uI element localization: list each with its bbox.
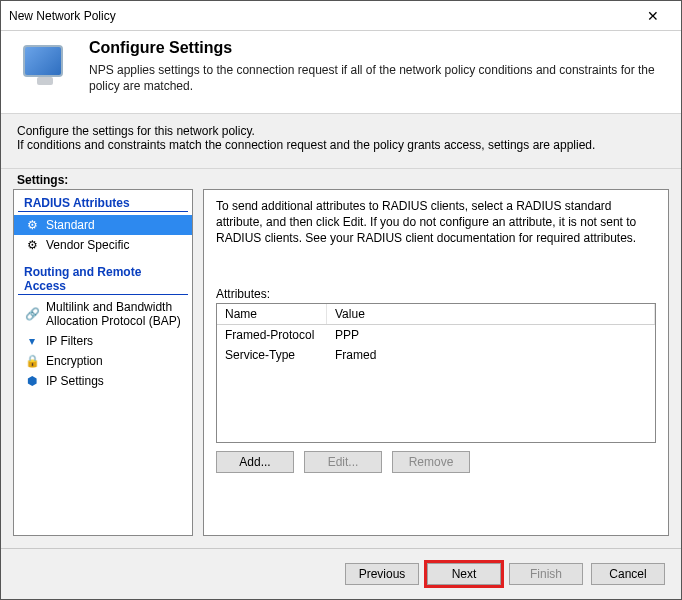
cell-value: Framed [327, 345, 655, 365]
main-description: To send additional attributes to RADIUS … [216, 198, 656, 247]
wizard-header: Configure Settings NPS applies settings … [1, 31, 681, 113]
network-icon: ⬢ [24, 373, 40, 389]
next-button[interactable]: Next [427, 563, 501, 585]
finish-button[interactable]: Finish [509, 563, 583, 585]
tree-item-vendor-specific[interactable]: ⚙ Vendor Specific [14, 235, 192, 255]
tree-item-label: Vendor Specific [46, 238, 129, 252]
attributes-table[interactable]: Name Value Framed-Protocol PPP Service-T… [216, 303, 656, 443]
lock-icon: 🔒 [24, 353, 40, 369]
wizard-footer: Previous Next Finish Cancel [1, 548, 681, 599]
settings-tree: RADIUS Attributes ⚙ Standard ⚙ Vendor Sp… [13, 189, 193, 536]
tree-item-bap[interactable]: 🔗 Multilink and Bandwidth Allocation Pro… [14, 298, 192, 331]
instructions-line2: If conditions and constraints match the … [17, 138, 665, 152]
group-radius-header: RADIUS Attributes [18, 194, 188, 212]
instructions: Configure the settings for this network … [1, 113, 681, 169]
cell-value: PPP [327, 325, 655, 345]
add-button[interactable]: Add... [216, 451, 294, 473]
column-name[interactable]: Name [217, 304, 327, 324]
tree-item-ip-settings[interactable]: ⬢ IP Settings [14, 371, 192, 391]
table-row[interactable]: Framed-Protocol PPP [217, 325, 655, 345]
tree-item-encryption[interactable]: 🔒 Encryption [14, 351, 192, 371]
edit-button[interactable]: Edit... [304, 451, 382, 473]
main-pane: To send additional attributes to RADIUS … [203, 189, 669, 536]
remove-button[interactable]: Remove [392, 451, 470, 473]
table-row[interactable]: Service-Type Framed [217, 345, 655, 365]
tree-item-standard[interactable]: ⚙ Standard [14, 215, 192, 235]
dialog-window: New Network Policy ✕ Configure Settings … [0, 0, 682, 600]
attribute-buttons: Add... Edit... Remove [216, 451, 656, 473]
cell-name: Framed-Protocol [217, 325, 327, 345]
group-rras-header: Routing and Remote Access [18, 263, 188, 295]
header-description: NPS applies settings to the connection r… [89, 63, 665, 94]
previous-button[interactable]: Previous [345, 563, 419, 585]
funnel-icon: ▾ [24, 333, 40, 349]
tree-item-label: Multilink and Bandwidth Allocation Proto… [46, 300, 186, 329]
link-icon: 🔗 [24, 306, 40, 322]
header-title: Configure Settings [89, 39, 665, 57]
tree-item-label: Encryption [46, 354, 103, 368]
attributes-label: Attributes: [216, 287, 656, 301]
instructions-line1: Configure the settings for this network … [17, 124, 665, 138]
close-button[interactable]: ✕ [633, 8, 673, 24]
tree-item-label: IP Settings [46, 374, 104, 388]
gear-icon: ⚙ [24, 217, 40, 233]
monitor-icon [17, 39, 77, 99]
cell-name: Service-Type [217, 345, 327, 365]
cancel-button[interactable]: Cancel [591, 563, 665, 585]
tree-item-ip-filters[interactable]: ▾ IP Filters [14, 331, 192, 351]
titlebar: New Network Policy ✕ [1, 1, 681, 31]
window-title: New Network Policy [9, 9, 633, 23]
header-text: Configure Settings NPS applies settings … [89, 39, 665, 94]
gear-icon: ⚙ [24, 237, 40, 253]
table-header: Name Value [217, 304, 655, 325]
settings-label: Settings: [1, 169, 681, 189]
tree-item-label: Standard [46, 218, 95, 232]
tree-item-label: IP Filters [46, 334, 93, 348]
column-value[interactable]: Value [327, 304, 655, 324]
